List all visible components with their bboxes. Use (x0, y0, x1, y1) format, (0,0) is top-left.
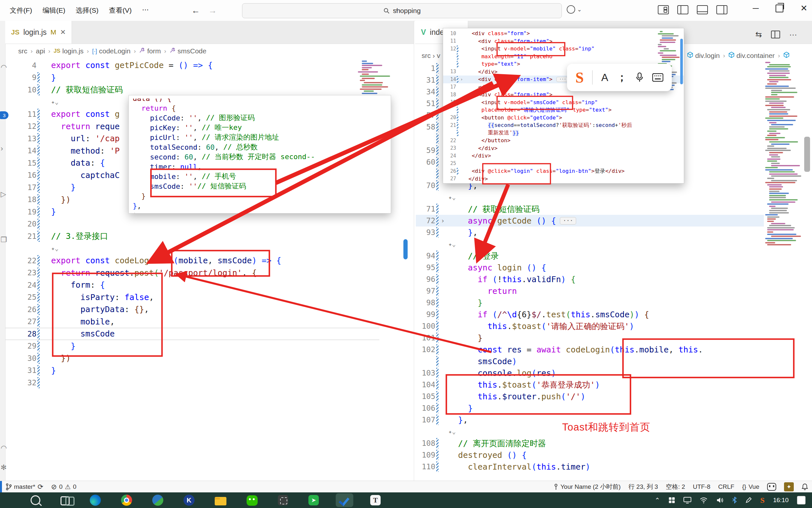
code-line[interactable]: picKey: '', // 唯一key (133, 123, 391, 132)
ai-assistant-status[interactable]: ✦ (780, 482, 798, 492)
breadcrumb-item[interactable] (783, 52, 792, 59)
code-line[interactable]: 25 isParty: false, (5, 291, 379, 304)
tab-overflow-button[interactable]: ··· (392, 5, 401, 15)
split-editor-icon[interactable] (771, 31, 780, 38)
ime-punctuation-icon[interactable]: ； (617, 70, 627, 85)
taskbar-app-task-view[interactable] (57, 494, 73, 507)
code-line[interactable]: 94 // 登录 (416, 250, 764, 262)
restore-button[interactable] (776, 5, 783, 12)
code-line[interactable]: 72› async getCode () {··· (416, 215, 764, 226)
chevron-icon[interactable]: › (1, 144, 3, 153)
breadcrumb-item[interactable]: api (36, 47, 45, 55)
problems-status[interactable]: ⊘ 0 ⚠ 0 (47, 483, 80, 491)
menu-item[interactable]: 文件(F) (5, 4, 37, 17)
code-line[interactable]: mobile: '', // 手机号 (133, 171, 391, 181)
keyboard-icon[interactable] (652, 73, 663, 82)
taskbar-app-wechat[interactable] (243, 493, 261, 507)
code-line[interactable]: 99 if (/^\d{6}$/.test(this.smsCode)) { (416, 308, 764, 320)
code-line[interactable]: 32 (5, 377, 379, 389)
code-line[interactable]: 29 } (5, 340, 379, 352)
code-line[interactable]: 11 <div class="form-item"> (443, 37, 684, 45)
code-line[interactable]: 106 } (416, 402, 764, 414)
tray-expand-icon[interactable]: ⌃ (655, 496, 660, 504)
left-minimap[interactable] (358, 60, 394, 95)
code-line[interactable]: 105 this.$router.push('/') (416, 390, 764, 402)
code-line[interactable]: smsCode: ''// 短信验证码 (133, 181, 391, 191)
customize-layout-icon[interactable] (658, 5, 669, 14)
code-line[interactable]: ✦⌄ (416, 238, 764, 250)
code-line[interactable]: data () { (133, 98, 391, 103)
code-line[interactable]: 104 this.$toast('恭喜登录成功') (416, 379, 764, 390)
taskbar-app-bluecheck[interactable] (336, 493, 353, 507)
code-line[interactable]: 20 <button @click="getCode"> (443, 114, 684, 122)
code-line[interactable]: 98 } (416, 297, 764, 308)
breadcrumb-item[interactable]: div.container (728, 52, 775, 59)
code-line[interactable]: 24 form: { (5, 279, 379, 291)
breadcrumb-item[interactable]: form (139, 47, 161, 55)
close-button[interactable]: ✕ (800, 3, 807, 13)
indent-setting[interactable]: 空格: 2 (662, 482, 689, 491)
branch-status[interactable]: master* ⟳ (2, 483, 47, 491)
notification-center-icon[interactable] (797, 496, 806, 504)
code-line[interactable]: 110 clearInterval(this.timer) (416, 461, 764, 472)
code-line[interactable]: 93 }, (416, 226, 764, 238)
bluetooth-icon[interactable] (732, 497, 737, 504)
toggle-sidebar-icon[interactable] (677, 5, 688, 14)
breadcrumb-item[interactable]: div.login (687, 52, 720, 59)
toggle-secondary-sidebar-icon[interactable] (716, 5, 727, 14)
search-command-center[interactable]: shopping (242, 3, 562, 18)
code-line[interactable]: 21// 3.登录接口 (5, 230, 379, 243)
code-line[interactable]: 22 </button> (443, 137, 684, 144)
close-icon[interactable]: ✕ (60, 28, 66, 36)
notifications-status[interactable] (798, 483, 812, 491)
code-line[interactable]: 10// 获取短信验证码 (5, 84, 379, 96)
git-blame-status[interactable]: Your Name (2 小时前) (550, 482, 625, 491)
taskbar-app-edge[interactable] (87, 493, 104, 507)
left-breadcrumb[interactable]: src›api›JSlogin.js›[∙]codeLogin›form›sms… (18, 44, 206, 58)
code-line[interactable]: 25 (443, 160, 684, 168)
microphone-icon[interactable] (635, 72, 644, 83)
menu-item[interactable]: 编辑(E) (37, 4, 71, 17)
code-line[interactable]: 20 (5, 218, 379, 230)
breadcrumb-item[interactable]: smsCode (170, 47, 207, 55)
right-scrollbar-thumb[interactable] (804, 137, 810, 172)
taskbar-app-chrome[interactable] (118, 493, 135, 507)
breadcrumb-item[interactable]: JSlogin.js (54, 47, 84, 55)
code-line[interactable]: maxlength="11" placeho (443, 53, 684, 60)
account-icon[interactable]: ◠ (1, 444, 7, 452)
code-line[interactable]: 26 partyData: {}, (5, 303, 379, 316)
code-line[interactable]: 9} (5, 72, 379, 84)
code-line[interactable]: 96 if (!this.validFn) { (416, 273, 764, 285)
code-line[interactable]: 22export const codeLogin = (mobile, smsC… (5, 254, 379, 267)
code-line[interactable]: ✦⌄ (5, 243, 379, 255)
pen-icon[interactable] (745, 497, 752, 503)
code-line[interactable]: ✦⌄ (416, 192, 764, 203)
code-line[interactable]: 18 <div class="form-item"> (443, 91, 684, 98)
profile-button[interactable]: ⌄ (567, 5, 582, 14)
code-line[interactable]: 23 </div> (443, 144, 684, 152)
back-arrow-icon[interactable]: ← (192, 5, 200, 15)
code-line[interactable]: picCode: '', // 图形验证码 (133, 113, 391, 123)
code-line[interactable]: }, (133, 201, 391, 211)
toggle-panel-icon[interactable] (697, 5, 708, 14)
code-line[interactable]: 109 destroyed () { (416, 449, 764, 461)
menu-item[interactable]: ⋯ (137, 4, 154, 17)
code-line[interactable]: 27 mobile, (5, 316, 379, 328)
cursor-position[interactable]: 行 23, 列 3 (625, 482, 662, 491)
menu-item[interactable]: 选择(S) (71, 4, 104, 17)
code-line[interactable]: 重新发送'}} (443, 129, 684, 137)
code-line[interactable]: 10 <div class="form"> (443, 30, 684, 37)
display-icon[interactable] (683, 497, 691, 503)
taskbar-app-typora[interactable]: T (367, 494, 384, 507)
code-line[interactable]: 21 {{second==totalSecond?'获取验证码':second+… (443, 121, 684, 129)
code-line[interactable]: 31} (5, 365, 379, 377)
code-line[interactable]: 102 const res = await codeLogin(this.mob… (416, 344, 764, 355)
taskbar-app-folder[interactable] (212, 494, 230, 507)
eol-setting[interactable]: CRLF (714, 483, 738, 491)
right-breadcrumb-fragment[interactable]: src › v (422, 48, 444, 63)
copilot-status[interactable] (763, 483, 780, 491)
code-line[interactable]: second: 60, // 当前秒数 开定时器 second-- (133, 152, 391, 162)
code-line[interactable]: placeholder="请输入短信验证码" type="text"> (443, 106, 684, 114)
left-scroll-indicator[interactable] (403, 239, 408, 259)
clock[interactable]: 16:10 (773, 497, 788, 504)
